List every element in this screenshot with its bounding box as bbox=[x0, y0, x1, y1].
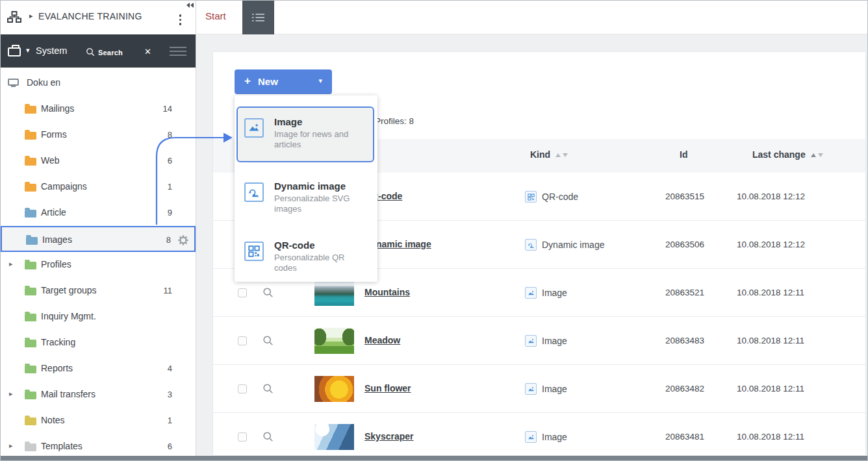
image-icon bbox=[525, 287, 537, 299]
sidebar-item-inquiry-mgmt[interactable]: Inquiry Mgmt. bbox=[1, 304, 196, 330]
sort-asc-icon[interactable] bbox=[555, 153, 561, 157]
folder-label: Images bbox=[42, 234, 72, 245]
folder-label: Target groups bbox=[41, 285, 97, 295]
thumbnail[interactable] bbox=[314, 424, 354, 450]
preview-icon[interactable] bbox=[262, 383, 274, 395]
table-row: Sun flower Image 20863482 10.08.2018 12:… bbox=[213, 365, 865, 413]
image-icon bbox=[525, 383, 537, 395]
sidebar-item-profiles[interactable]: ▸ Profiles bbox=[1, 252, 196, 278]
sidebar-item-forms[interactable]: Forms 8 bbox=[1, 122, 196, 148]
menu-item-qr-code[interactable]: QR-code Personalizable QR codes bbox=[236, 230, 374, 283]
folder-icon bbox=[25, 106, 36, 114]
item-id: 20863506 bbox=[665, 240, 704, 249]
folder-icon bbox=[26, 237, 38, 245]
column-header-last-change[interactable]: Last change bbox=[752, 149, 823, 160]
row-checkbox[interactable] bbox=[238, 336, 247, 345]
sidebar: ▸ EVALANCHE TRAINING ▾ System Search ✕ D… bbox=[1, 1, 196, 457]
expand-caret-icon[interactable]: ▸ bbox=[9, 442, 13, 450]
expand-caret-icon[interactable]: ▸ bbox=[9, 390, 13, 398]
sort-desc-icon[interactable] bbox=[818, 153, 823, 157]
sort-asc-icon[interactable] bbox=[811, 153, 816, 157]
folder-icon bbox=[25, 288, 36, 295]
folder-count: 8 bbox=[168, 130, 172, 140]
caret-right-icon[interactable]: ▸ bbox=[29, 12, 33, 20]
last-change: 10.08.2018 12:11 bbox=[737, 288, 804, 297]
collapse-sidebar-icon[interactable] bbox=[186, 3, 194, 8]
chevron-down-icon[interactable]: ▾ bbox=[318, 77, 322, 85]
row-checkbox[interactable] bbox=[238, 288, 247, 297]
last-change: 10.08.2018 12:11 bbox=[737, 384, 804, 393]
thumbnail[interactable] bbox=[314, 280, 354, 306]
sidebar-item-mail-transfers[interactable]: ▸ Mail transfers 3 bbox=[1, 382, 196, 408]
tab-list[interactable] bbox=[242, 1, 274, 34]
new-button[interactable]: + New ▾ bbox=[235, 69, 332, 94]
sidebar-item-images[interactable]: Images 8 bbox=[1, 226, 196, 252]
menu-item-image[interactable]: Image Image for news and articles bbox=[236, 106, 374, 162]
sidebar-item-target-groups[interactable]: Target groups 11 bbox=[1, 278, 196, 304]
sidebar-item-notes[interactable]: Notes 1 bbox=[1, 408, 196, 434]
qr-code-icon bbox=[525, 191, 537, 203]
more-options-icon[interactable] bbox=[179, 14, 182, 25]
folder-count: 6 bbox=[168, 442, 172, 451]
folder-label: Tracking bbox=[41, 337, 75, 347]
tree-root-label: Doku en bbox=[27, 77, 60, 88]
dynamic-image-icon bbox=[244, 182, 264, 202]
row-checkbox[interactable] bbox=[238, 384, 247, 393]
preview-icon[interactable] bbox=[262, 335, 274, 347]
list-summary: Profiles: 8 bbox=[375, 116, 414, 126]
plus-icon: + bbox=[244, 75, 251, 88]
search-label[interactable]: Search bbox=[98, 49, 123, 56]
menu-item-subtitle: Personalizable QR codes bbox=[274, 253, 366, 273]
item-name-link[interactable]: Sun flower bbox=[364, 383, 411, 393]
folder-count: 6 bbox=[168, 156, 172, 166]
chevron-down-icon[interactable]: ▾ bbox=[26, 46, 30, 55]
column-header-kind[interactable]: Kind bbox=[530, 149, 568, 160]
folder-label: Article bbox=[41, 207, 66, 218]
item-id: 20863521 bbox=[665, 288, 704, 297]
account-bar: ▸ EVALANCHE TRAINING bbox=[1, 1, 196, 34]
tab-bar: Start bbox=[196, 1, 867, 34]
content-panel: + New ▾ Profiles: 8 Kind Id Last change … bbox=[212, 51, 866, 456]
item-name-link[interactable]: Skyscraper bbox=[364, 431, 414, 442]
item-id: 20863481 bbox=[665, 432, 704, 442]
column-header-id[interactable]: Id bbox=[680, 149, 687, 160]
dynamic-image-icon bbox=[525, 239, 537, 251]
item-name-link[interactable]: Meadow bbox=[364, 335, 400, 345]
kind-label: Image bbox=[542, 336, 567, 346]
table-row: Meadow Image 20863483 10.08.2018 12:11 bbox=[213, 317, 865, 365]
sidebar-item-campaigns[interactable]: Campaigns 1 bbox=[1, 174, 196, 200]
folder-count: 9 bbox=[168, 208, 172, 218]
sidebar-item-mailings[interactable]: Mailings 14 bbox=[1, 96, 196, 122]
item-id: 20863515 bbox=[665, 192, 704, 201]
menu-item-dynamic-image[interactable]: Dynamic image Personalizable SVG images bbox=[236, 171, 374, 224]
sidebar-item-article[interactable]: Article 9 bbox=[1, 200, 196, 226]
expand-caret-icon[interactable]: ▸ bbox=[9, 260, 13, 268]
thumbnail[interactable] bbox=[314, 328, 354, 354]
preview-icon[interactable] bbox=[262, 287, 274, 299]
folder-label: Forms bbox=[41, 129, 67, 140]
folder-icon bbox=[25, 417, 36, 425]
sort-desc-icon[interactable] bbox=[563, 153, 568, 157]
preview-icon[interactable] bbox=[262, 431, 274, 443]
clear-search-icon[interactable]: ✕ bbox=[144, 47, 151, 56]
row-checkbox[interactable] bbox=[238, 432, 247, 442]
folder-icon bbox=[25, 184, 36, 192]
unit-selector[interactable]: System bbox=[36, 45, 67, 56]
item-name-link[interactable]: Mountains bbox=[364, 287, 410, 297]
gear-icon[interactable] bbox=[177, 234, 189, 246]
new-button-label: New bbox=[258, 76, 278, 87]
folder-count: 11 bbox=[164, 286, 173, 295]
image-icon bbox=[244, 118, 264, 138]
folder-label: Campaigns bbox=[41, 181, 87, 192]
search-icon[interactable] bbox=[86, 47, 96, 57]
menu-bars-icon[interactable] bbox=[170, 47, 186, 56]
tree-root-doku-en[interactable]: Doku en bbox=[1, 70, 196, 96]
folder-icon bbox=[25, 366, 36, 373]
sidebar-item-web[interactable]: Web 6 bbox=[1, 148, 196, 174]
sidebar-item-reports[interactable]: Reports 4 bbox=[1, 356, 196, 382]
sidebar-item-tracking[interactable]: Tracking bbox=[1, 330, 196, 356]
last-change: 10.08.2018 12:11 bbox=[737, 432, 804, 442]
tab-start[interactable]: Start bbox=[205, 10, 226, 21]
folder-icon bbox=[25, 158, 36, 166]
thumbnail[interactable] bbox=[314, 376, 354, 402]
